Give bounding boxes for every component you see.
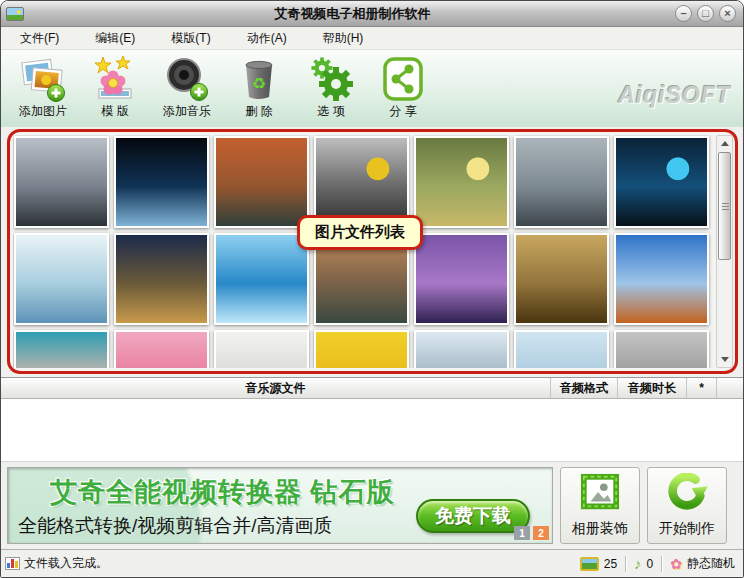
template-button[interactable]: 模 版 bbox=[79, 54, 151, 120]
maximize-button[interactable]: □ bbox=[697, 5, 714, 22]
thumbnail-blue-water-wave[interactable] bbox=[214, 233, 309, 325]
album-decorate-label: 相册装饰 bbox=[572, 520, 628, 538]
thumbnail-earth-from-space[interactable] bbox=[114, 136, 209, 228]
thumbnail-ferris-wheel[interactable] bbox=[514, 136, 609, 228]
image-list-frame bbox=[7, 129, 738, 374]
thumbnail-woman-face[interactable] bbox=[14, 330, 109, 368]
thumbnail-yellow-tulips[interactable] bbox=[314, 330, 409, 368]
svg-text:♻: ♻ bbox=[252, 75, 266, 92]
window-title: 艾奇视频电子相册制作软件 bbox=[30, 5, 675, 23]
banner-pagination: 1 2 bbox=[514, 526, 549, 540]
thumbnail-monument-valley[interactable] bbox=[614, 233, 709, 325]
gallery-scrollbar[interactable] bbox=[716, 135, 733, 368]
thumbnail-eiffel-winter-art[interactable] bbox=[14, 233, 109, 325]
close-button[interactable]: × bbox=[719, 5, 736, 22]
thumbnail-colosseum-night[interactable] bbox=[114, 233, 209, 325]
banner-page-2[interactable]: 2 bbox=[533, 526, 549, 540]
album-decorate-button[interactable]: 相册装饰 bbox=[560, 467, 640, 544]
app-icon bbox=[6, 7, 24, 21]
thumbnail-eiffel-sepia[interactable] bbox=[514, 233, 609, 325]
scroll-up-arrow[interactable] bbox=[717, 136, 732, 151]
toolbar: 添加图片 模 版 bbox=[1, 50, 743, 127]
transition-mode: 静态随机 bbox=[687, 555, 735, 572]
thumbnail-woman-in-pink[interactable] bbox=[114, 330, 209, 368]
chart-icon bbox=[5, 557, 20, 570]
add-images-label: 添加图片 bbox=[19, 103, 67, 120]
thumbnail-stonehenge-sunset[interactable] bbox=[214, 136, 309, 228]
options-label: 选 项 bbox=[317, 103, 344, 120]
app-window: 艾奇视频电子相册制作软件 – □ × 文件(F) 编辑(E) 模版(T) 动作(… bbox=[0, 0, 744, 578]
add-music-label: 添加音乐 bbox=[163, 103, 211, 120]
start-create-label: 开始制作 bbox=[659, 520, 715, 538]
thumbnail-tower-bridge-purple[interactable] bbox=[414, 233, 509, 325]
frame-icon bbox=[579, 473, 621, 517]
music-note-icon: ♪ bbox=[634, 555, 642, 572]
col-star[interactable]: * bbox=[687, 378, 717, 398]
window-controls: – □ × bbox=[675, 5, 736, 22]
thumbnail-sydney-bridge-night[interactable] bbox=[614, 136, 709, 228]
menu-edit[interactable]: 编辑(E) bbox=[82, 27, 148, 50]
banner-page-1[interactable]: 1 bbox=[514, 526, 530, 540]
delete-button[interactable]: ♻ 删 除 bbox=[223, 54, 295, 120]
bottom-panel: 艾奇全能视频转换器 钻石版 全能格式转换/视频剪辑合并/高清画质 免费下载 1 … bbox=[1, 461, 743, 549]
template-icon bbox=[92, 56, 138, 102]
options-button[interactable]: 选 项 bbox=[295, 54, 367, 120]
menu-bar: 文件(F) 编辑(E) 模版(T) 动作(A) 帮助(H) bbox=[1, 27, 743, 50]
template-label: 模 版 bbox=[101, 103, 128, 120]
music-table: 音乐源文件 音频格式 音频时长 * bbox=[1, 377, 743, 461]
status-divider bbox=[625, 556, 626, 572]
image-count: 25 bbox=[604, 557, 617, 571]
thumbnail-eiffel-tower-bw[interactable] bbox=[14, 136, 109, 228]
thumbnail-duckling[interactable] bbox=[414, 136, 509, 228]
thumbnail-beach-sky[interactable] bbox=[514, 330, 609, 368]
image-count-icon bbox=[580, 557, 599, 571]
minimize-button[interactable]: – bbox=[675, 5, 692, 22]
ad-banner[interactable]: 艾奇全能视频转换器 钻石版 全能格式转换/视频剪辑合并/高清画质 免费下载 1 … bbox=[7, 467, 553, 544]
col-blank bbox=[717, 378, 743, 398]
add-music-icon bbox=[164, 56, 210, 102]
menu-help[interactable]: 帮助(H) bbox=[310, 27, 377, 50]
free-download-button[interactable]: 免费下载 bbox=[416, 499, 530, 533]
menu-action[interactable]: 动作(A) bbox=[234, 27, 300, 50]
brand-logo: AiqiSOFT bbox=[618, 82, 731, 109]
thumbnail-koala-bw[interactable] bbox=[614, 330, 709, 368]
music-count: 0 bbox=[647, 557, 654, 571]
share-button[interactable]: 分 享 bbox=[367, 54, 439, 120]
share-icon bbox=[380, 56, 426, 102]
start-create-button[interactable]: 开始制作 bbox=[647, 467, 727, 544]
thumbnail-girl-portrait[interactable] bbox=[214, 330, 309, 368]
thumbnail-grid[interactable] bbox=[13, 135, 716, 368]
image-list-tooltip: 图片文件列表 bbox=[297, 215, 423, 250]
col-audio-format[interactable]: 音频格式 bbox=[551, 378, 618, 398]
share-label: 分 享 bbox=[389, 103, 416, 120]
menu-template[interactable]: 模版(T) bbox=[158, 27, 223, 50]
gear-icon bbox=[308, 56, 354, 102]
col-audio-duration[interactable]: 音频时长 bbox=[618, 378, 687, 398]
title-bar: 艾奇视频电子相册制作软件 – □ × bbox=[1, 1, 743, 27]
music-table-body[interactable] bbox=[1, 399, 743, 461]
status-bar: 文件载入完成。 25 ♪ 0 ✿ 静态随机 bbox=[1, 549, 743, 577]
add-images-button[interactable]: 添加图片 bbox=[7, 54, 79, 120]
col-music-source[interactable]: 音乐源文件 bbox=[1, 378, 551, 398]
circular-arrow-icon bbox=[666, 473, 708, 517]
thumbnail-penguins[interactable] bbox=[414, 330, 509, 368]
add-image-icon bbox=[20, 56, 66, 102]
status-message: 文件载入完成。 bbox=[24, 555, 108, 572]
scroll-thumb[interactable] bbox=[718, 152, 731, 260]
image-list-panel: 图片文件列表 bbox=[1, 127, 743, 377]
status-right-group: 25 ♪ 0 ✿ 静态随机 bbox=[580, 555, 735, 572]
scroll-down-arrow[interactable] bbox=[717, 352, 732, 367]
status-divider bbox=[661, 556, 662, 572]
add-music-button[interactable]: 添加音乐 bbox=[151, 54, 223, 120]
delete-label: 删 除 bbox=[245, 103, 272, 120]
delete-icon: ♻ bbox=[236, 56, 282, 102]
menu-file[interactable]: 文件(F) bbox=[7, 27, 72, 50]
flower-icon: ✿ bbox=[670, 556, 682, 572]
music-table-header: 音乐源文件 音频格式 音频时长 * bbox=[1, 378, 743, 399]
